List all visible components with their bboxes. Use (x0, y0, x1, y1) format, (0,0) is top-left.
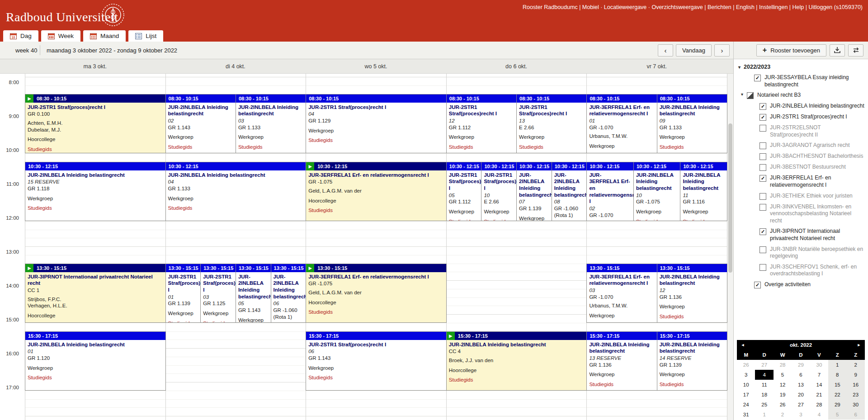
calendar-event[interactable]: 08:30 - 10:15JUR-2INLBELA Inleiding bela… (165, 94, 236, 153)
calendar-event[interactable]: 10:30 - 12:15JUR-2INLBELA Inleiding bela… (516, 162, 552, 221)
mini-calendar-day[interactable]: 18 (755, 390, 773, 400)
studiegids-link[interactable]: Studiegids (589, 153, 654, 153)
studiegids-link[interactable]: Studiegids (660, 144, 725, 151)
course-item[interactable]: JUR-2STR2ELSNOT Straf(proces)recht II (734, 123, 868, 140)
mini-calendar-day[interactable]: 14 (810, 380, 828, 390)
mini-calendar-day[interactable]: 4 (810, 410, 828, 420)
mini-calendar-day[interactable]: 3 (737, 370, 755, 380)
mini-calendar-day[interactable]: 12 (774, 380, 792, 390)
calendar-event[interactable]: 10:30 - 12:15JUR-2INLBELA Inleiding bela… (25, 162, 166, 221)
mini-calendar-day[interactable]: 30 (810, 360, 828, 370)
course-item[interactable]: ✓JUR-3IPRNOT Internationaal privaatrecht… (734, 226, 868, 244)
tab-lijst[interactable]: Lijst (128, 30, 163, 42)
checkbox-unchecked[interactable] (760, 204, 766, 211)
mini-calendar-day[interactable]: 1 (755, 410, 773, 420)
mini-calendar-day[interactable]: 27 (755, 360, 773, 370)
add-rooster-button[interactable]: + Rooster toevoegen (756, 44, 826, 57)
mini-calendar-day[interactable]: 28 (810, 400, 828, 410)
mini-calendar-day[interactable]: 3 (792, 410, 810, 420)
checkbox-partial[interactable] (747, 92, 754, 99)
course-item[interactable]: ✓JUR-3ESSAYBELA Essay inleiding belastin… (734, 72, 868, 90)
studiegids-link[interactable]: Studiegids (449, 377, 585, 383)
studiegids-link[interactable]: Studiegids (168, 205, 304, 212)
mini-calendar-next-icon[interactable]: ► (853, 343, 865, 347)
studiegids-link[interactable]: Studiegids (28, 322, 163, 323)
mini-calendar-day[interactable]: 29 (792, 360, 810, 370)
studiegids-link[interactable]: Studiegids (28, 374, 163, 381)
calendar-event[interactable]: 08:30 - 10:15JUR-2INLBELA Inleiding bela… (657, 94, 727, 153)
checkbox-unchecked[interactable] (760, 264, 766, 271)
download-button[interactable] (830, 44, 845, 57)
course-item[interactable]: JUR-3BACHTHESNOT Bachelorthesis (734, 151, 868, 162)
mini-calendar-day[interactable]: 4 (755, 370, 773, 380)
calendar-event[interactable]: 08:30 - 10:15JUR-2STR1 Straf(proces)rech… (516, 94, 587, 153)
mini-calendar-day[interactable]: 2 (847, 360, 865, 370)
calendar-event[interactable]: ▶15:30 - 17:15JUR-2INLBELA Inleiding bel… (446, 331, 587, 391)
calendar-event[interactable]: 10:30 - 12:15JUR-2INLBELA Inleiding bela… (165, 162, 307, 221)
mini-calendar-day[interactable]: 7 (810, 370, 828, 380)
calendar-event[interactable]: 10:30 - 12:15JUR-2STR1 Straf(proces)rech… (446, 162, 482, 221)
course-item[interactable]: JUR-3INKVENBEL Inkomsten- en vennootscha… (734, 202, 868, 227)
calendar-event[interactable]: 13:30 - 15:15JUR-2STR1 Straf(proces)rech… (200, 264, 236, 323)
studiegids-link[interactable]: Studiegids (308, 374, 444, 381)
checkbox-checked[interactable]: ✓ (754, 75, 761, 81)
studiegids-link[interactable]: Studiegids (683, 218, 725, 221)
vertical-scrollbar[interactable] (727, 74, 733, 420)
mini-calendar-day[interactable]: 31 (737, 410, 755, 420)
course-item[interactable]: JUR-3BESTNOT Bestuursrecht (734, 162, 868, 173)
collapse-icon[interactable]: ▾ (738, 65, 741, 70)
mini-calendar-day[interactable]: 30 (847, 400, 865, 410)
studiegids-link[interactable]: Studiegids (238, 144, 303, 151)
calendar-event[interactable]: 08:30 - 10:15JUR-2STR1 Straf(proces)rech… (306, 94, 447, 153)
calendar-event[interactable]: 15:30 - 17:15JUR-2INLBELA Inleiding bela… (25, 331, 166, 391)
studiegids-link[interactable]: Studiegids (308, 207, 444, 214)
studiegids-link[interactable]: Studiegids (308, 137, 444, 144)
studiegids-link[interactable]: Studiegids (660, 313, 725, 320)
mini-calendar-day[interactable]: 22 (828, 390, 846, 400)
mini-calendar-day[interactable]: 10 (737, 380, 755, 390)
mini-calendar-day[interactable]: 23 (847, 390, 865, 400)
scrollbar-thumb[interactable] (728, 123, 732, 273)
prev-week-button[interactable]: ‹ (658, 44, 673, 57)
calendar-event[interactable]: 10:30 - 12:15JUR-2INLBELA Inleiding bela… (633, 162, 681, 221)
tab-week[interactable]: Week (41, 30, 80, 42)
calendar-event[interactable]: 10:30 - 12:15JUR-2INLBELA Inleiding bela… (680, 162, 727, 221)
mini-calendar-day[interactable]: 25 (755, 400, 773, 410)
studiegids-link[interactable]: Studiegids (519, 144, 584, 151)
mini-calendar-day[interactable]: 16 (847, 380, 865, 390)
calendar-event[interactable]: 10:30 - 12:15JUR-2INLBELA Inleiding bela… (552, 162, 587, 221)
course-item[interactable]: JUR-3NBR Notariële beroepsethiek en rege… (734, 244, 868, 262)
checkbox-unchecked[interactable] (760, 164, 766, 171)
studiegids-link[interactable]: Studiegids (168, 320, 198, 323)
calendar-event[interactable]: 13:30 - 15:15JUR-2INLBELA Inleiding bela… (236, 264, 271, 323)
nav-link-instellingen[interactable]: Instellingen (759, 4, 788, 10)
studiegids-link[interactable]: Studiegids (636, 218, 678, 221)
nav-link-rooster-radboudumc[interactable]: Rooster Radboudumc (523, 4, 578, 10)
studiegids-link[interactable]: Studiegids (28, 205, 163, 212)
mini-calendar-day[interactable]: 26 (774, 400, 792, 410)
nav-link-english[interactable]: English (736, 4, 755, 10)
refresh-button[interactable] (848, 44, 863, 57)
checkbox-checked[interactable]: ✓ (754, 282, 761, 288)
checkbox-unchecked[interactable] (760, 125, 766, 132)
course-item[interactable]: ✓JUR-2INLBELA Inleiding belastingrecht (734, 101, 868, 112)
mini-calendar-day[interactable]: 13 (792, 380, 810, 390)
nav-link-locatieweergave[interactable]: Locatieweergave (604, 4, 647, 10)
calendar-event[interactable]: 10:30 - 12:15JUR-3ERFRELA1 Erf- en relat… (586, 162, 634, 221)
studiegids-link[interactable]: Studiegids (589, 322, 654, 323)
mini-calendar-day[interactable]: 9 (847, 370, 865, 380)
checkbox-checked[interactable]: ✓ (760, 114, 766, 121)
course-item[interactable]: JUR-3AGRANOT Agrarisch recht (734, 140, 868, 151)
collapse-icon[interactable]: ▾ (741, 92, 743, 97)
checkbox-checked[interactable]: ✓ (760, 103, 766, 110)
mini-calendar-day[interactable]: 6 (792, 370, 810, 380)
mini-calendar-day[interactable]: 8 (828, 370, 846, 380)
calendar-event[interactable]: 13:30 - 15:15JUR-2INLBELA Inleiding bela… (657, 264, 727, 323)
mini-calendar-day[interactable]: 11 (755, 380, 773, 390)
mini-calendar-day[interactable]: 2 (774, 410, 792, 420)
calendar-event[interactable]: 15:30 - 17:15JUR-2INLBELA Inleiding bela… (586, 331, 657, 391)
calendar-event[interactable]: 13:30 - 15:15JUR-2INLBELA Inleiding bela… (271, 264, 307, 323)
mini-calendar-day[interactable]: 19 (774, 390, 792, 400)
calendar-event[interactable]: ▶08:30 - 10:15JUR-2STR1 Straf(proces)rec… (25, 94, 166, 153)
mini-calendar-day[interactable]: 5 (774, 370, 792, 380)
